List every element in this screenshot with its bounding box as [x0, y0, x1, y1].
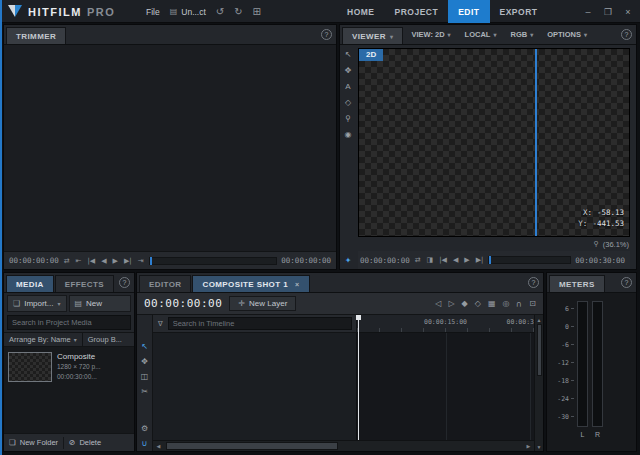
playhead[interactable] — [358, 315, 359, 440]
help-icon[interactable]: ? — [321, 29, 332, 40]
scroll-right-icon[interactable]: ▶ — [523, 441, 534, 451]
next-keyframe-icon[interactable]: ▷ — [448, 300, 454, 308]
zoom-tool-icon[interactable]: ⚲ — [345, 115, 351, 123]
media-header: MEDIA EFFECTS ? — [4, 273, 134, 293]
vscroll-thumb[interactable] — [537, 324, 542, 376]
close-button[interactable]: × — [618, 0, 638, 23]
tab-trimmer[interactable]: TRIMMER — [6, 27, 66, 44]
hand-tool-icon[interactable]: ✥ — [345, 67, 352, 75]
import-button[interactable]: ❏ Import... ▾ — [7, 295, 67, 312]
timeline-track-area[interactable] — [357, 333, 534, 440]
maximize-button[interactable]: ❐ — [598, 0, 618, 23]
timeline-ruler[interactable]: 00:00:15:00 00:00:3 — [357, 315, 534, 333]
arrange-by-dropdown[interactable]: Arrange By: Name ▾ — [4, 333, 83, 346]
slip-tool-icon[interactable]: ◫ — [141, 373, 149, 381]
grid-overlay-icon[interactable]: ▦ — [488, 300, 496, 308]
play-icon[interactable]: ▶ — [112, 257, 119, 265]
view-mode-badge[interactable]: 2D — [359, 49, 383, 61]
tab-viewer[interactable]: VIEWER ▾ — [342, 27, 403, 44]
help-icon[interactable]: ? — [621, 277, 632, 288]
delete-button[interactable]: ⊘ Delete — [64, 434, 106, 451]
close-icon[interactable]: × — [295, 281, 300, 288]
channel-dropdown[interactable]: RGB ▾ — [503, 25, 540, 44]
scroll-down-icon[interactable]: ▼ — [537, 442, 542, 451]
uni-tool-icon[interactable]: ∪ — [142, 440, 148, 448]
list-item[interactable]: Composite 1280 × 720 p... 00:00:30:00... — [8, 352, 130, 382]
orbit-tool-icon[interactable]: ◉ — [345, 131, 352, 139]
filter-funnel-icon[interactable]: ∇ — [157, 320, 164, 328]
zoom-fit-icon[interactable]: ⊡ — [529, 300, 536, 308]
prev-keyframe-icon[interactable]: ◁ — [435, 300, 441, 308]
new-button[interactable]: ▤ New — [69, 295, 131, 312]
tab-composite-shot[interactable]: COMPOSITE SHOT 1 × — [192, 275, 309, 292]
export-frame-icon[interactable]: ◨ — [426, 256, 435, 264]
layout-grid-icon[interactable]: ⊞ — [253, 6, 261, 17]
media-list[interactable]: Composite 1280 × 720 p... 00:00:30:00... — [4, 347, 134, 433]
text-tool-icon[interactable]: A — [345, 83, 350, 91]
tab-effects[interactable]: EFFECTS — [55, 275, 114, 292]
zoom-level[interactable]: (36.1%) — [603, 240, 629, 249]
menu-project[interactable]: ▤ Un...ct — [170, 7, 206, 17]
horizontal-scrollbar[interactable]: ◀ ▶ — [153, 440, 534, 451]
tab-edit[interactable]: EDIT — [448, 0, 489, 23]
hand-tool-icon[interactable]: ✥ — [141, 358, 148, 366]
mark-in-icon[interactable]: ⇤ — [75, 257, 83, 265]
viewer-scrubber[interactable] — [488, 256, 571, 264]
options-dropdown[interactable]: OPTIONS ▾ — [540, 25, 594, 44]
redo-icon[interactable]: ↻ — [234, 6, 242, 17]
tab-editor[interactable]: EDITOR — [139, 275, 191, 292]
minimize-button[interactable]: – — [578, 0, 598, 23]
tab-meters[interactable]: METERS — [549, 275, 605, 292]
viewer-tab-label: VIEWER — [352, 32, 386, 41]
view-mode-dropdown[interactable]: VIEW: 2D ▾ — [404, 25, 457, 44]
step-back-icon[interactable]: ◀ — [100, 257, 107, 265]
viewer-canvas[interactable]: 2D X:-58.13 Y:-441.53 — [358, 48, 630, 237]
next-frame-icon[interactable]: ▶| — [475, 256, 485, 264]
link-3d-icon[interactable]: ✦ — [345, 257, 352, 265]
trimmer-viewport[interactable] — [4, 45, 336, 251]
tab-project[interactable]: PROJECT — [385, 0, 449, 23]
scroll-up-icon[interactable]: ▲ — [537, 315, 542, 324]
axes-dropdown[interactable]: LOCAL ▾ — [458, 25, 504, 44]
tab-media[interactable]: MEDIA — [6, 275, 54, 292]
mask-tool-icon[interactable]: ◇ — [345, 99, 351, 107]
hscroll-thumb[interactable] — [166, 442, 338, 450]
prev-frame-icon[interactable]: |◀ — [438, 256, 448, 264]
gear-icon[interactable]: ⚙ — [141, 425, 148, 433]
vertical-scrollbar[interactable]: ▲ ▼ — [534, 315, 543, 451]
trimmer-scrubber[interactable] — [149, 257, 278, 265]
help-icon[interactable]: ? — [528, 277, 539, 288]
timeline-search-input[interactable] — [168, 317, 352, 330]
timeline-timecode[interactable]: 00:00:00:00 — [144, 297, 222, 310]
media-search-input[interactable] — [7, 315, 131, 330]
tab-export[interactable]: EXPORT — [490, 0, 548, 23]
group-by-dropdown[interactable]: Group B... — [83, 333, 127, 346]
help-icon[interactable]: ? — [119, 277, 130, 288]
composite-thumbnail[interactable] — [8, 352, 52, 382]
select-tool-icon[interactable]: ↖ — [345, 51, 352, 59]
tab-home[interactable]: HOME — [337, 0, 385, 23]
hscroll-track[interactable] — [164, 441, 523, 451]
play-icon[interactable]: ▶ — [463, 256, 470, 264]
scroll-left-icon[interactable]: ◀ — [153, 441, 164, 451]
select-tool-icon[interactable]: ↖ — [141, 343, 148, 351]
new-layer-button[interactable]: ✛ New Layer — [229, 296, 296, 311]
db-label: -30 — [547, 413, 569, 421]
target-icon[interactable]: ◎ — [502, 300, 509, 308]
razor-tool-icon[interactable]: ✂ — [141, 388, 148, 396]
keyframe-outline-icon[interactable]: ◇ — [475, 300, 481, 308]
next-frame-icon[interactable]: ▶| — [123, 257, 133, 265]
loop-icon[interactable]: ⇄ — [63, 257, 71, 265]
snap-icon[interactable]: ∪ — [516, 300, 522, 308]
add-keyframe-icon[interactable]: ◆ — [462, 300, 468, 308]
layer-list[interactable] — [153, 333, 357, 440]
menu-file[interactable]: File — [146, 7, 160, 17]
undo-icon[interactable]: ↺ — [216, 6, 224, 17]
help-icon[interactable]: ? — [621, 29, 632, 40]
loop-icon[interactable]: ⇄ — [414, 256, 422, 264]
new-folder-button[interactable]: ❏ New Folder — [4, 434, 63, 451]
magnifier-icon[interactable]: ⚲ — [593, 240, 600, 248]
mark-out-icon[interactable]: ⇥ — [137, 257, 145, 265]
prev-frame-icon[interactable]: |◀ — [86, 257, 96, 265]
step-back-icon[interactable]: ◀ — [452, 256, 459, 264]
